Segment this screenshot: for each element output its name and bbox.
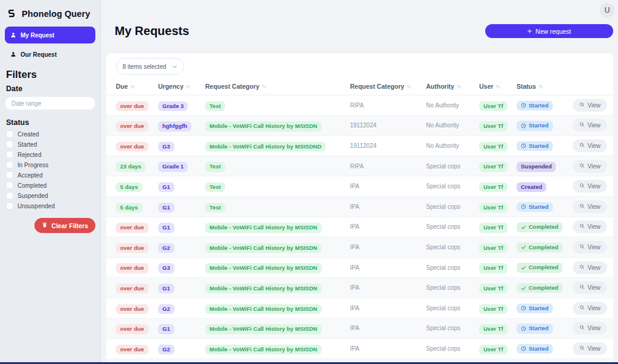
due-pill: over due xyxy=(116,223,148,232)
checkbox-label: Created xyxy=(18,131,39,138)
magnifier-icon xyxy=(579,264,585,271)
magnifier-icon xyxy=(579,163,585,170)
view-label: View xyxy=(588,203,601,210)
due-pill: over due xyxy=(116,142,148,152)
status-label: Completed xyxy=(529,264,558,270)
checkbox[interactable] xyxy=(6,130,13,138)
sort-icon: ↑↓ xyxy=(457,83,461,89)
view-button[interactable]: View xyxy=(573,302,608,315)
user-pill: User Tf xyxy=(479,284,508,293)
checkbox[interactable] xyxy=(6,192,13,199)
urgency-pill: G1 xyxy=(158,284,174,293)
user-avatar[interactable]: U xyxy=(600,3,614,18)
view-label: View xyxy=(588,102,601,109)
view-button[interactable]: View xyxy=(573,160,608,173)
view-button[interactable]: View xyxy=(573,261,608,274)
status-filter-option[interactable]: Rejected xyxy=(6,151,94,158)
sidebar-item-label: Our Request xyxy=(21,51,57,58)
user-pill: User Tf xyxy=(479,203,508,212)
category-pill: Mobile - VoWiFi Call History by MSISDN xyxy=(205,223,322,232)
column-header-urgency[interactable]: Urgency↑↓ xyxy=(158,83,205,90)
status-filter-option[interactable]: Completed xyxy=(6,182,94,189)
status-filter-option[interactable]: In Progress xyxy=(6,161,94,168)
checkbox[interactable] xyxy=(6,151,13,158)
authority-text: Special cops xyxy=(426,183,479,190)
category2-text: RIPA xyxy=(350,102,426,109)
requests-table-card: 8 items selected Due↑↓ Urgency↑↓ Request… xyxy=(106,53,613,364)
person-icon xyxy=(10,49,16,60)
new-request-button[interactable]: + New request xyxy=(485,24,613,38)
date-range-input[interactable] xyxy=(5,97,95,110)
magnifier-icon xyxy=(579,345,585,352)
view-label: View xyxy=(588,183,601,190)
table-row: over due G1 Mobile - VoWiFi Call History… xyxy=(106,278,613,298)
view-button[interactable]: View xyxy=(573,180,608,193)
checkbox[interactable] xyxy=(6,161,13,168)
status-label: Started xyxy=(529,346,549,352)
view-button[interactable]: View xyxy=(573,220,608,233)
category-pill: Test xyxy=(205,162,225,171)
phonelog-logo-icon xyxy=(6,8,17,19)
checkbox[interactable] xyxy=(6,182,13,189)
authority-text: Special cops xyxy=(426,203,479,210)
view-button[interactable]: View xyxy=(573,342,608,355)
table-row: over due Grade 3 Test RIPA No Authority … xyxy=(106,95,613,116)
app-title: Phonelog Query xyxy=(22,9,90,19)
status-filter-option[interactable]: Unsuspended xyxy=(6,202,94,209)
urgency-pill: G2 xyxy=(158,345,174,354)
view-button[interactable]: View xyxy=(573,200,608,213)
view-button[interactable]: View xyxy=(573,322,608,334)
column-header-due[interactable]: Due↑↓ xyxy=(116,83,158,90)
urgency-pill: Grade 3 xyxy=(158,101,188,111)
view-button[interactable]: View xyxy=(573,99,608,112)
user-pill: User Tf xyxy=(479,263,508,273)
sidebar-item-our-request[interactable]: Our Request xyxy=(5,46,95,63)
column-header-user[interactable]: User↑↓ xyxy=(479,83,517,90)
status-filter-option[interactable]: Suspended xyxy=(6,192,94,199)
clear-filters-button[interactable]: Clear Filters xyxy=(34,218,95,233)
category-pill: Mobile - VoWiFi Call History by MSISDN xyxy=(205,324,322,334)
view-label: View xyxy=(588,305,601,311)
status-label: Started xyxy=(529,305,549,311)
checkbox[interactable] xyxy=(6,171,13,179)
status-filter-option[interactable]: Started xyxy=(6,141,94,148)
category-pill: Mobile - VoWiFi Call History by MSISDN xyxy=(205,284,322,293)
category2-text: RIPA xyxy=(350,163,426,170)
sidebar-item-label: My Request xyxy=(21,32,54,39)
app-logo: Phonelog Query xyxy=(5,7,95,27)
column-header-authority[interactable]: Authority↑↓ xyxy=(426,83,479,90)
category2-text: IPA xyxy=(350,305,426,311)
checkbox[interactable] xyxy=(6,202,13,209)
column-header-request-category[interactable]: Request Category↑↓ xyxy=(205,83,350,90)
category2-text: IPA xyxy=(350,345,426,352)
checkbox[interactable] xyxy=(6,141,13,148)
table-row: over due G1 Mobile - VoWiFi Call History… xyxy=(106,319,613,339)
user-pill: User Tf xyxy=(479,142,508,152)
view-button[interactable]: View xyxy=(573,241,608,254)
magnifier-icon xyxy=(579,325,585,331)
table-row: 5 days G1 Test IPA Special cops User Tf xyxy=(106,197,613,217)
status-filter-list: Created Started Rejected In Progress Acc… xyxy=(6,130,94,209)
sidebar-item-my-request[interactable]: My Request xyxy=(5,27,95,43)
column-header-status[interactable]: Status↑↓ xyxy=(517,83,572,90)
table-row: over due G2 Mobile - VoWiFi Call History… xyxy=(106,237,613,258)
user-pill: User Tf xyxy=(479,345,508,354)
trash-icon xyxy=(42,222,48,229)
magnifier-icon xyxy=(579,142,585,149)
category2-text: 19112024 xyxy=(350,142,426,149)
category2-text: IPA xyxy=(350,203,426,210)
status-filter-option[interactable]: Accepted xyxy=(6,171,94,179)
status-filter-option[interactable]: Created xyxy=(6,130,94,138)
column-header-request-category-2[interactable]: Request Category↑↓ xyxy=(350,83,426,90)
view-label: View xyxy=(588,122,601,129)
status-pill: Suspended xyxy=(517,162,556,171)
view-button[interactable]: View xyxy=(573,119,608,132)
sort-icon: ↑↓ xyxy=(538,83,543,89)
sort-icon: ↑↓ xyxy=(130,83,135,89)
columns-dropdown[interactable]: 8 items selected xyxy=(116,58,184,75)
view-button[interactable]: View xyxy=(573,281,608,294)
view-button[interactable]: View xyxy=(573,139,608,152)
table-row: over due G1 Mobile - VoWiFi Call History… xyxy=(106,217,613,238)
view-label: View xyxy=(588,264,601,271)
category2-text: IPA xyxy=(350,223,426,230)
